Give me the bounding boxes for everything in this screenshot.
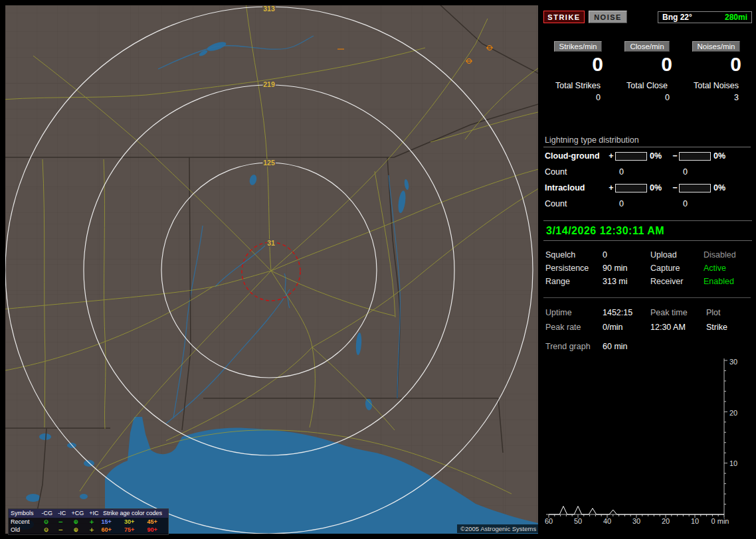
plus-sign: +: [607, 151, 615, 161]
copyright: ©2005 Astrogenic Systems: [457, 524, 539, 533]
strike-legend: Symbols -CG -IC +CG +IC Strike age color…: [8, 508, 169, 535]
nexstorm-window: 313 219 125 31 Symbols -CG -IC +CG +IC S…: [0, 0, 756, 539]
cloud-ground-plus-bar: [615, 152, 647, 161]
persistence-value: 90 min: [603, 262, 650, 275]
plot-value: Strike: [706, 320, 749, 335]
total-strikes-value: 0: [596, 93, 601, 102]
neg-ic-symbol: −: [54, 518, 68, 526]
legend-header-pos-ic: +IC: [86, 509, 102, 518]
peak-time-value: 12:30 AM: [650, 320, 706, 335]
receiver-status: Enabled: [704, 275, 749, 288]
pos-ic-symbol: +: [84, 518, 100, 526]
noises-per-min-label: Noises/min: [692, 41, 741, 52]
noises-per-min-value: 0: [730, 53, 741, 76]
cloud-ground-minus-pct: 0%: [712, 151, 740, 161]
range-value: 313 mi: [603, 275, 650, 288]
squelch-label: Squelch: [545, 248, 603, 262]
lightning-map[interactable]: 313 219 125 31: [5, 5, 538, 534]
legend-header-pos-cg: +CG: [69, 509, 86, 518]
plus-sign: +: [607, 183, 615, 193]
svg-text:0 min: 0 min: [711, 517, 729, 525]
legend-header-neg-ic: -IC: [55, 509, 70, 518]
age-code: 60+: [100, 526, 122, 534]
intracloud-minus-bar: [679, 184, 711, 193]
total-close-value: 0: [665, 93, 670, 102]
cloud-ground-minus-count: 0: [679, 167, 712, 177]
intracloud-plus-pct: 0%: [648, 183, 671, 193]
peak-rate-value: 0/min: [603, 320, 650, 335]
cloud-ground-count-row: Count 0 0: [543, 165, 751, 179]
total-strikes-label: Total Strikes: [555, 81, 601, 90]
age-code: 90+: [145, 526, 168, 534]
age-code: 45+: [145, 518, 168, 526]
svg-text:50: 50: [574, 517, 582, 525]
strike-indicator-button[interactable]: STRIKE: [543, 11, 585, 23]
upload-label: Upload: [650, 248, 704, 262]
divider: [543, 297, 751, 298]
peak-time-label: Peak time: [650, 305, 706, 320]
squelch-value: 0: [603, 248, 650, 262]
legend-header-neg-cg: -CG: [39, 509, 55, 518]
map-area: 313 219 125 31: [5, 5, 538, 534]
range-label: Range: [545, 275, 603, 288]
lightning-distribution: Lightning type distribution Cloud-ground…: [543, 135, 751, 211]
noise-indicator-button[interactable]: NOISE: [589, 11, 627, 23]
strikes-per-min-value: 0: [592, 53, 603, 76]
cloud-ground-row: Cloud-ground + 0% − 0%: [543, 147, 751, 165]
peak-rate-label: Peak rate: [545, 320, 603, 335]
legend-header-symbols: Symbols: [9, 509, 39, 518]
total-noises-value: 3: [734, 93, 739, 102]
svg-text:10: 10: [729, 459, 737, 467]
capture-label: Capture: [650, 262, 704, 275]
svg-text:30: 30: [632, 517, 640, 525]
cloud-ground-plus-count: 0: [615, 167, 648, 177]
ring-label-31: 31: [267, 239, 275, 247]
svg-text:20: 20: [662, 517, 670, 525]
plot-label: Plot: [706, 305, 749, 320]
uptime-label: Uptime: [545, 305, 603, 320]
ring-label-313: 313: [263, 5, 275, 13]
legend-row-old: Old ⊖ − ⊕ + 60+ 75+ 90+: [9, 526, 168, 534]
cloud-ground-plus-pct: 0%: [648, 151, 671, 161]
settings-grid: Squelch 0 Upload Disabled Persistence 90…: [545, 248, 751, 288]
stats-grid: Uptime 1452:15 Peak time Plot Peak rate …: [545, 305, 751, 335]
trend-tick-labels: 30 20 10 60 50 40 30 20 10 0 min: [545, 358, 737, 525]
neg-ic-symbol: −: [54, 526, 68, 534]
age-code: 15+: [100, 518, 122, 526]
trend-graph: 30 20 10 60 50 40 30 20 10 0 min: [543, 356, 751, 531]
cloud-ground-label: Cloud-ground: [543, 151, 607, 161]
strikes-per-min-label: Strikes/min: [554, 41, 603, 52]
trend-series: [549, 506, 724, 514]
legend-row-recent: Recent ⊖ − ⊕ + 15+ 30+ 45+: [9, 518, 168, 526]
minus-sign: −: [671, 151, 679, 161]
cloud-ground-minus-bar: [679, 152, 711, 161]
intracloud-plus-count: 0: [615, 199, 648, 208]
svg-text:20: 20: [729, 409, 737, 417]
rate-counters: Strikes/min 0 Total Strikes 0 Close/min …: [543, 41, 751, 102]
bearing-range: 280mi: [725, 13, 747, 22]
intracloud-plus-bar: [615, 184, 647, 193]
count-label: Count: [543, 199, 607, 208]
total-noises-label: Total Noises: [694, 81, 739, 90]
pos-ic-symbol: +: [84, 526, 100, 534]
uptime-value: 1452:15: [603, 305, 650, 320]
close-column: Close/min 0 Total Close 0: [613, 41, 682, 102]
neg-cg-symbol: ⊖: [39, 518, 54, 526]
close-per-min-label: Close/min: [624, 41, 669, 52]
datetime-display: 3/14/2026 12:30:11 AM: [543, 220, 752, 241]
minus-sign: −: [671, 183, 679, 193]
svg-text:40: 40: [603, 517, 611, 525]
bearing-label: Bng 22°: [662, 13, 692, 22]
pos-cg-symbol: ⊕: [68, 518, 84, 526]
age-code: 75+: [122, 526, 145, 534]
ring-label-219: 219: [263, 80, 275, 88]
persistence-label: Persistence: [545, 262, 603, 275]
total-close-label: Total Close: [626, 81, 668, 90]
legend-header: Symbols -CG -IC +CG +IC Strike age color…: [9, 509, 168, 518]
intracloud-minus-count: 0: [679, 199, 712, 208]
legend-row-label: Old: [9, 526, 39, 534]
intracloud-row: Intracloud + 0% − 0%: [543, 179, 751, 196]
trend-graph-row: Trend graph 60 min: [545, 341, 751, 352]
upload-status: Disabled: [704, 248, 749, 262]
count-label: Count: [543, 167, 607, 177]
